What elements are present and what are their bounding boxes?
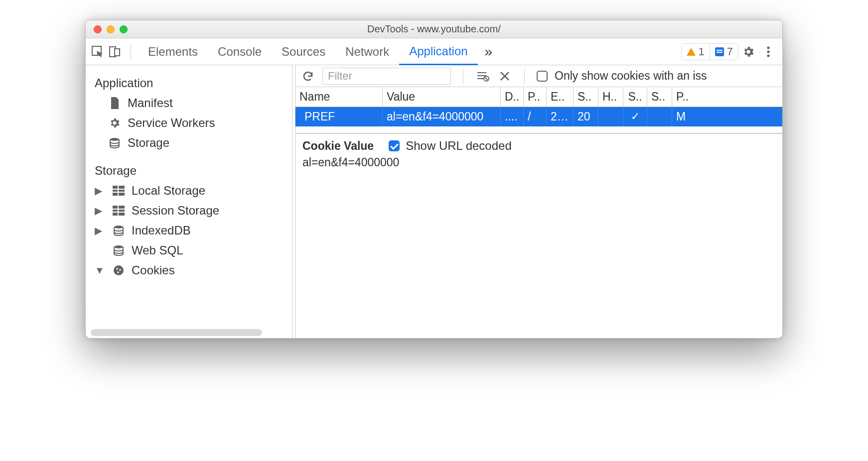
sidebar-item-label: Local Storage	[132, 184, 205, 198]
sidebar-item-manifest[interactable]: Manifest	[86, 93, 292, 113]
devtools-toolbar: Elements Console Sources Network Applica…	[86, 38, 782, 65]
col-value[interactable]: Value	[383, 87, 501, 107]
sidebar-item-local-storage[interactable]: ▶ Local Storage	[86, 181, 292, 201]
sidebar-section-storage: Storage	[86, 153, 292, 181]
window-titlebar: DevTools - www.youtube.com/	[86, 20, 782, 38]
svg-point-3	[767, 46, 769, 49]
col-expires[interactable]: E..	[547, 87, 574, 107]
devtools-window: DevTools - www.youtube.com/ Elements Con…	[85, 20, 783, 339]
sidebar-item-web-sql[interactable]: ▶ Web SQL	[86, 240, 292, 260]
sidebar-hscrollbar[interactable]	[91, 329, 262, 336]
svg-point-19	[119, 269, 121, 270]
sidebar-item-indexeddb[interactable]: ▶ IndexedDB	[86, 221, 292, 240]
messages-badge[interactable]: 7	[710, 44, 738, 60]
sidebar-item-storage[interactable]: Storage	[86, 133, 292, 153]
cell-expires: 2…	[547, 107, 574, 126]
sidebar-item-label: Cookies	[132, 263, 175, 277]
show-url-decoded-label: Show URL decoded	[406, 139, 512, 153]
more-tabs-button[interactable]: »	[478, 44, 500, 60]
tab-network[interactable]: Network	[335, 38, 399, 65]
col-samesite[interactable]: S..	[647, 87, 672, 107]
chevron-right-icon: ▶	[95, 185, 102, 197]
cell-domain: ....	[501, 107, 524, 126]
only-issue-label: Only show cookies with an iss	[555, 69, 707, 83]
device-toolbar-icon[interactable]	[107, 43, 124, 60]
delete-selected-button[interactable]	[497, 69, 512, 84]
message-count: 7	[727, 45, 733, 58]
more-options-button[interactable]	[758, 46, 778, 58]
svg-point-17	[114, 265, 124, 275]
warnings-badge[interactable]: 1	[682, 44, 710, 60]
settings-button[interactable]	[738, 45, 758, 58]
sidebar-item-label: Manifest	[128, 96, 173, 110]
chevron-right-icon: ▶	[95, 225, 102, 236]
tab-application[interactable]: Application	[399, 39, 477, 65]
cookies-table: Name Value D.. P.. E.. S.. H.. S.. S.. P…	[295, 87, 782, 133]
message-icon	[715, 47, 724, 56]
cell-httponly	[598, 107, 623, 126]
show-url-decoded-checkbox[interactable]	[389, 140, 400, 151]
database-icon	[112, 243, 126, 257]
file-icon	[108, 96, 122, 110]
col-size[interactable]: S..	[574, 87, 598, 107]
svg-point-20	[117, 271, 119, 273]
sidebar-item-label: Service Workers	[128, 116, 215, 130]
database-icon	[112, 224, 126, 237]
cookies-panel: Only show cookies with an iss Name Value…	[295, 65, 782, 338]
sidebar-item-session-storage[interactable]: ▶ Session Storage	[86, 201, 292, 221]
col-httponly[interactable]: H..	[598, 87, 623, 107]
filter-input[interactable]	[322, 68, 451, 85]
col-name[interactable]: Name	[295, 87, 383, 107]
warning-count: 1	[699, 45, 705, 58]
cell-value: al=en&f4=4000000	[383, 107, 501, 126]
svg-point-5	[767, 54, 769, 57]
cookie-value-text: al=en&f4=4000000	[295, 153, 782, 172]
table-icon	[112, 204, 126, 218]
table-row[interactable]: PREF al=en&f4=4000000 .... / 2… 20 ✓ M	[295, 107, 782, 126]
sidebar-item-label: Storage	[128, 136, 169, 150]
application-sidebar: Application Manifest Service Workers Sto…	[86, 65, 292, 338]
window-title: DevTools - www.youtube.com/	[86, 23, 782, 35]
issues-badges[interactable]: 1 7	[681, 43, 739, 60]
chevron-right-icon: ▶	[95, 205, 102, 217]
svg-point-6	[110, 138, 119, 141]
svg-point-4	[767, 50, 769, 53]
sidebar-item-service-workers[interactable]: Service Workers	[86, 113, 292, 133]
clear-all-button[interactable]	[475, 69, 490, 84]
cell-priority: M	[672, 107, 694, 126]
cookie-icon	[112, 263, 126, 277]
cookie-detail-pane: Cookie Value Show URL decoded al=en&f4=4…	[295, 133, 782, 338]
panel-tabs: Elements Console Sources Network Applica…	[138, 38, 499, 65]
refresh-button[interactable]	[300, 70, 315, 82]
col-path[interactable]: P..	[524, 87, 547, 107]
cell-samesite	[647, 107, 672, 126]
cookie-value-heading: Cookie Value	[302, 139, 374, 153]
svg-point-15	[114, 226, 123, 229]
warning-icon	[687, 48, 696, 56]
svg-line-25	[485, 77, 488, 80]
cookies-toolbar: Only show cookies with an iss	[295, 65, 782, 87]
inspect-element-icon[interactable]	[90, 43, 107, 60]
cell-secure: ✓	[623, 107, 647, 126]
tab-console[interactable]: Console	[208, 38, 272, 65]
sidebar-item-label: Session Storage	[132, 204, 219, 218]
sidebar-item-cookies[interactable]: ▼ Cookies	[86, 260, 292, 280]
only-issue-checkbox[interactable]	[537, 71, 548, 82]
table-header-row: Name Value D.. P.. E.. S.. H.. S.. S.. P…	[295, 87, 782, 107]
tab-elements[interactable]: Elements	[138, 38, 208, 65]
sidebar-item-label: IndexedDB	[132, 224, 191, 237]
sidebar-item-label: Web SQL	[132, 243, 183, 257]
svg-point-18	[116, 268, 118, 269]
col-priority[interactable]: P..	[672, 87, 694, 107]
svg-point-16	[114, 245, 123, 248]
chevron-down-icon: ▼	[95, 265, 102, 276]
tab-sources[interactable]: Sources	[272, 38, 335, 65]
cell-name: PREF	[295, 107, 383, 126]
cell-size: 20	[574, 107, 598, 126]
sidebar-section-application: Application	[86, 65, 292, 93]
col-domain[interactable]: D..	[501, 87, 524, 107]
database-icon	[108, 136, 122, 150]
table-icon	[112, 184, 126, 198]
svg-rect-2	[115, 49, 120, 56]
col-secure[interactable]: S..	[623, 87, 647, 107]
